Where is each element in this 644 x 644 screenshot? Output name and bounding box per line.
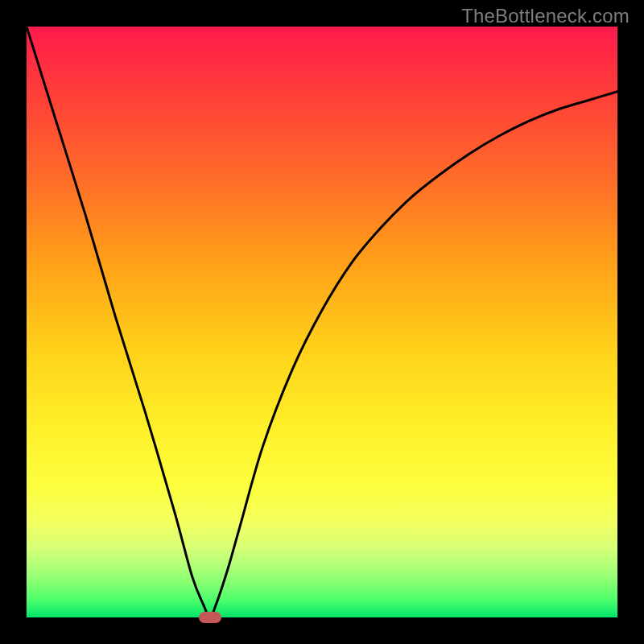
chart-frame: TheBottleneck.com bbox=[0, 0, 644, 644]
watermark-text: TheBottleneck.com bbox=[461, 5, 630, 27]
bottleneck-curve bbox=[27, 27, 617, 617]
chart-plot-area bbox=[27, 27, 617, 617]
min-marker bbox=[199, 612, 221, 623]
chart-svg bbox=[27, 27, 617, 617]
